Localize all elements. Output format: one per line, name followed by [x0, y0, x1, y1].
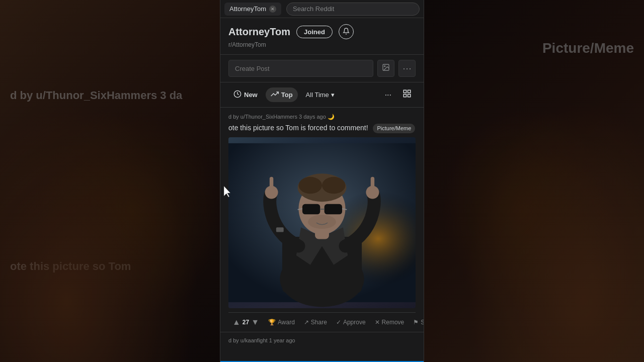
remove-label: Remove: [382, 319, 405, 326]
layout-icon: [403, 90, 412, 100]
sort-bar: New Top All Time ▾ ···: [220, 82, 424, 108]
svg-rect-27: [371, 177, 374, 192]
sort-new-label: New: [244, 91, 258, 99]
svg-rect-4: [408, 90, 411, 93]
spam-button[interactable]: ⚑ Spam: [409, 316, 424, 328]
sort-top-label: Top: [281, 91, 293, 99]
joined-button[interactable]: Joined: [296, 26, 333, 38]
share-icon: ↗: [304, 319, 309, 326]
remove-button[interactable]: ✕ Remove: [371, 316, 409, 328]
svg-point-16: [299, 177, 323, 194]
svg-rect-6: [408, 95, 411, 97]
layout-toggle-button[interactable]: [398, 86, 416, 103]
bg-hand-right: [443, 60, 644, 362]
chevron-down-icon: ▾: [331, 91, 335, 99]
search-input[interactable]: [293, 5, 413, 13]
post-image-svg: [228, 137, 416, 308]
more-create-button[interactable]: ⋯: [398, 60, 416, 77]
bell-icon: [343, 28, 350, 36]
post-1-title: ote this picture so Tom is forced to com…: [228, 123, 416, 133]
bg-text-right: Picture/Meme: [542, 40, 634, 56]
downvote-button[interactable]: ▼: [251, 318, 259, 327]
spam-icon: ⚑: [413, 319, 419, 326]
new-icon: [233, 90, 242, 100]
tab-bar: AttorneyTom ✕: [220, 0, 424, 18]
ellipsis-icon: ···: [385, 90, 391, 99]
tab-attorney-tom[interactable]: AttorneyTom ✕: [224, 3, 281, 16]
time-filter-button[interactable]: All Time ▾: [301, 88, 340, 101]
upvote-button[interactable]: ▲: [232, 318, 240, 327]
post-1-image[interactable]: [228, 137, 416, 308]
svg-rect-18: [302, 204, 320, 214]
svg-rect-3: [404, 90, 406, 93]
share-label: Share: [311, 319, 327, 326]
tab-label: AttorneyTom: [229, 5, 266, 13]
post-1-meta: d by u/Thunor_SixHammers 3 days ago 🌙: [228, 114, 416, 120]
time-filter-label: All Time: [306, 91, 329, 99]
bg-hand-left: [0, 60, 221, 362]
share-button[interactable]: ↗ Share: [300, 316, 331, 328]
vote-section: ▲ 27 ▼: [228, 316, 263, 329]
svg-point-17: [322, 177, 346, 194]
more-sort-button[interactable]: ···: [381, 88, 395, 102]
post-1-action-bar: ▲ 27 ▼ 🏆 Award ↗ Share ✓ Approve ✕: [228, 312, 416, 332]
subreddit-name: AttorneyTom: [228, 26, 290, 38]
svg-point-23: [308, 215, 336, 229]
create-post-bar: ⋯: [220, 55, 424, 82]
post-2-meta: d by u/kaanfight 1 year ago: [220, 332, 424, 346]
svg-rect-19: [325, 204, 342, 214]
image-icon: [382, 63, 390, 73]
notification-bell-button[interactable]: [339, 24, 354, 39]
approve-button[interactable]: ✓ Approve: [332, 316, 370, 328]
top-icon: [271, 90, 279, 100]
background-right: Picture/Meme: [423, 0, 644, 362]
approve-label: Approve: [343, 319, 366, 326]
svg-rect-25: [270, 177, 273, 192]
spam-label: Spam: [421, 319, 424, 326]
approve-icon: ✓: [336, 319, 341, 326]
award-button[interactable]: 🏆 Award: [264, 316, 299, 328]
sort-top-button[interactable]: Top: [266, 87, 298, 102]
svg-point-1: [384, 66, 385, 67]
posts-area[interactable]: d by u/Thunor_SixHammers 3 days ago 🌙 ot…: [220, 108, 424, 362]
award-icon: 🏆: [268, 319, 276, 326]
image-upload-button[interactable]: [377, 60, 394, 77]
remove-icon: ✕: [375, 319, 380, 326]
sort-new-button[interactable]: New: [228, 87, 263, 102]
more-icon: ⋯: [403, 64, 412, 73]
award-label: Award: [278, 319, 295, 326]
post-1-flair: Picture/Meme: [373, 124, 415, 133]
post-item-1: d by u/Thunor_SixHammers 3 days ago 🌙 ot…: [220, 108, 424, 332]
create-post-input[interactable]: [228, 60, 373, 77]
background-left: d by u/Thunor_SixHammers 3 da ote this p…: [0, 0, 221, 362]
svg-rect-5: [404, 95, 406, 97]
svg-rect-28: [276, 227, 284, 232]
reddit-panel: AttorneyTom ✕ AttorneyTom Joined r/: [220, 0, 424, 362]
tab-close-icon[interactable]: ✕: [269, 6, 276, 13]
subreddit-sub: r/AttorneyTom: [228, 41, 416, 48]
vote-count: 27: [243, 319, 249, 326]
subreddit-header: AttorneyTom Joined r/AttorneyTom: [220, 18, 424, 55]
search-box[interactable]: [286, 3, 420, 16]
